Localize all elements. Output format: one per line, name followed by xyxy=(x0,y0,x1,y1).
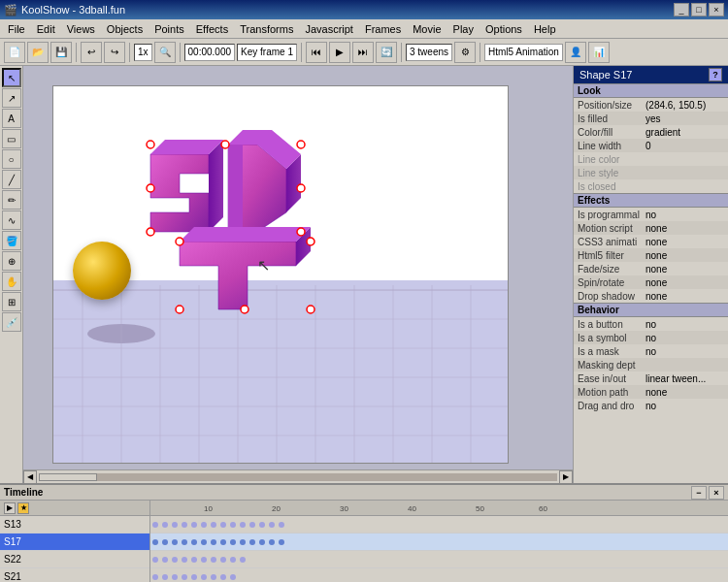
drag-drop-value: no xyxy=(645,401,724,411)
minimize-button[interactable]: _ xyxy=(674,3,689,16)
prev-frame-button[interactable]: ⏮ xyxy=(306,42,327,63)
timeline-ruler: 10 20 30 40 50 60 xyxy=(150,501,728,516)
horizontal-scrollbar[interactable]: ◀ ▶ xyxy=(23,469,573,483)
right-panel-header: Shape S17 ? xyxy=(574,66,728,83)
extra-button[interactable]: 📊 xyxy=(588,42,610,63)
animation-type-dropdown[interactable]: Html5 Animation xyxy=(484,44,563,61)
timeline-tracks-area[interactable]: 10 20 30 40 50 60 xyxy=(150,501,728,582)
svg-point-33 xyxy=(172,522,178,528)
track-content-s17 xyxy=(150,534,728,551)
svg-point-64 xyxy=(201,557,207,563)
track-label-s21[interactable]: S21 xyxy=(0,568,149,582)
svg-point-73 xyxy=(191,574,197,580)
svg-point-72 xyxy=(182,574,187,580)
close-button[interactable]: × xyxy=(709,3,724,16)
svg-point-22 xyxy=(297,228,305,236)
timeline-collapse-button[interactable]: − xyxy=(691,486,707,500)
menu-effects[interactable]: Effects xyxy=(190,21,234,37)
left-toolbar: ↖ ↗ A ▭ ○ ╱ ✏ ∿ 🪣 ⊕ ✋ ⊞ 💉 xyxy=(0,66,23,483)
svg-point-44 xyxy=(279,522,284,528)
undo-button[interactable]: ↩ xyxy=(81,42,102,63)
scroll-track[interactable] xyxy=(39,473,557,481)
css3-animation-row: CSS3 animati none xyxy=(574,235,728,248)
scroll-thumb[interactable] xyxy=(39,473,97,481)
timeline-close-button[interactable]: × xyxy=(709,486,724,500)
ease-inout-row: Ease in/out linear tween... xyxy=(574,372,728,385)
track-label-s22[interactable]: S22 xyxy=(0,551,149,568)
open-button[interactable]: 📂 xyxy=(27,42,49,63)
timeline: Timeline − × ▶ ★ S13 S17 S22 S21 xyxy=(0,483,728,582)
menu-play[interactable]: Play xyxy=(447,21,480,37)
ruler-mark-10: 10 xyxy=(204,504,213,513)
menu-frames[interactable]: Frames xyxy=(359,21,407,37)
select-point-tool[interactable]: ↗ xyxy=(2,88,21,108)
menu-objects[interactable]: Objects xyxy=(101,21,149,37)
next-frame-button[interactable]: ⏭ xyxy=(352,42,374,63)
motion-path-row: Motion path none xyxy=(574,385,728,399)
profile-button[interactable]: 👤 xyxy=(565,42,586,63)
menu-transforms[interactable]: Transforms xyxy=(234,21,299,37)
svg-point-54 xyxy=(240,539,246,545)
redo-button[interactable]: ↪ xyxy=(104,42,125,63)
menu-views[interactable]: Views xyxy=(61,21,101,37)
crop-tool[interactable]: ⊞ xyxy=(2,292,21,311)
play-button[interactable]: ▶ xyxy=(329,42,350,63)
fill-tool[interactable]: 🪣 xyxy=(2,231,21,250)
rect-tool[interactable]: ▭ xyxy=(2,129,21,148)
fade-size-label: Fade/size xyxy=(578,264,645,275)
animation-settings-button[interactable]: ⚙ xyxy=(454,42,476,63)
track-label-s13[interactable]: S13 xyxy=(0,516,149,534)
is-filled-row: Is filled yes xyxy=(574,112,728,125)
menu-javascript[interactable]: Javascript xyxy=(299,21,359,37)
help-button[interactable]: ? xyxy=(709,68,722,81)
html5-filter-value: none xyxy=(645,250,724,261)
select-tool[interactable]: ↖ xyxy=(2,68,21,87)
line-width-row: Line width 0 xyxy=(574,139,728,152)
svg-point-62 xyxy=(182,557,187,563)
track-header: ▶ ★ xyxy=(0,501,149,516)
ruler-mark-20: 20 xyxy=(272,504,281,513)
text-tool[interactable]: A xyxy=(2,109,21,128)
maximize-button[interactable]: □ xyxy=(691,3,707,16)
scroll-right-button[interactable]: ▶ xyxy=(559,470,573,484)
ease-inout-label: Ease in/out xyxy=(578,373,645,384)
loop-button[interactable]: 🔄 xyxy=(376,42,397,63)
zoom-tool[interactable]: ⊕ xyxy=(2,251,21,271)
line-style-label: Line style xyxy=(578,168,645,178)
zoom-btn[interactable]: 🔍 xyxy=(154,42,176,63)
menu-edit[interactable]: Edit xyxy=(31,21,61,37)
svg-point-57 xyxy=(269,539,275,545)
pen-tool[interactable]: ✏ xyxy=(2,190,21,210)
svg-point-25 xyxy=(297,184,305,192)
menu-movie[interactable]: Movie xyxy=(407,21,447,37)
separator-3 xyxy=(180,43,181,62)
track-label-s17[interactable]: S17 xyxy=(0,534,149,551)
window-title: KoolShow - 3dball.fun xyxy=(21,4,125,16)
new-button[interactable]: 📄 xyxy=(4,42,25,63)
css3-animation-value: none xyxy=(645,237,724,247)
bezier-tool[interactable]: ∿ xyxy=(2,210,21,230)
menu-file[interactable]: File xyxy=(2,21,31,37)
save-button[interactable]: 💾 xyxy=(50,42,72,63)
is-symbol-row: Is a symbol no xyxy=(574,331,728,344)
timeline-track-labels: ▶ ★ S13 S17 S22 S21 S20 xyxy=(0,501,150,582)
hand-tool[interactable]: ✋ xyxy=(2,272,21,291)
ellipse-tool[interactable]: ○ xyxy=(2,149,21,169)
color-fill-row: Color/fill gradient xyxy=(574,125,728,139)
is-mask-label: Is a mask xyxy=(578,346,645,357)
menu-options[interactable]: Options xyxy=(480,21,528,37)
scroll-left-button[interactable]: ◀ xyxy=(23,470,37,484)
menu-help[interactable]: Help xyxy=(528,21,562,37)
svg-point-50 xyxy=(201,539,207,545)
canvas-area[interactable]: ↖ ◀ ▶ xyxy=(23,66,573,483)
menu-points[interactable]: Points xyxy=(149,21,190,37)
track-icon-2[interactable]: ★ xyxy=(17,502,29,514)
track-icon-1[interactable]: ▶ xyxy=(4,502,16,514)
canvas-frame[interactable]: ↖ xyxy=(52,85,509,464)
drop-shadow-label: Drop shadow xyxy=(578,291,645,302)
menu-bar: File Edit Views Objects Points Effects T… xyxy=(0,19,728,39)
ruler-mark-60: 60 xyxy=(539,504,547,513)
eyedrop-tool[interactable]: 💉 xyxy=(2,312,21,332)
track-content-s21 xyxy=(150,568,728,582)
line-tool[interactable]: ╱ xyxy=(2,170,21,189)
